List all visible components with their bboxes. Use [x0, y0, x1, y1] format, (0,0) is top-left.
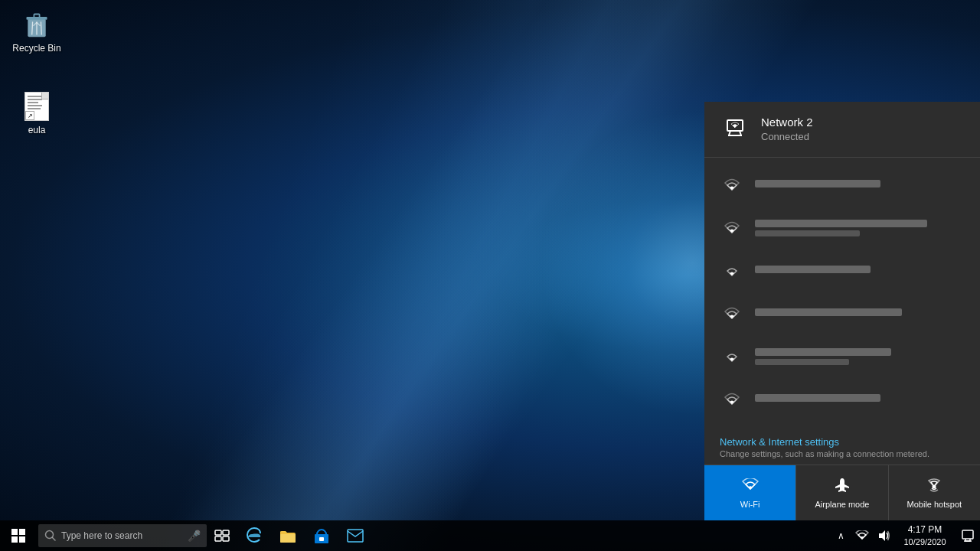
network-settings-section: Network & Internet settings Change setti… — [704, 427, 980, 465]
svg-rect-13 — [215, 530, 221, 535]
svg-rect-17 — [280, 534, 296, 543]
connected-network-name: Network 2 — [761, 114, 965, 130]
file-explorer-icon — [279, 528, 296, 543]
recycle-bin-label: Recycle Bin — [12, 43, 60, 55]
wifi-signal-icon-4 — [720, 302, 744, 326]
network-name-2 — [755, 220, 927, 227]
hotspot-quick-icon — [925, 476, 943, 494]
volume-icon — [877, 530, 890, 542]
action-center-icon — [962, 530, 974, 542]
taskbar: Type here to search 🎤 — [0, 520, 980, 551]
windows-logo-icon — [11, 529, 25, 543]
edge-icon — [246, 527, 263, 544]
connected-network-status: Connected — [761, 130, 965, 144]
store-button[interactable] — [305, 520, 338, 551]
wifi-signal-icon-1 — [720, 173, 744, 197]
network-info-3 — [755, 266, 965, 276]
svg-line-1 — [32, 21, 33, 34]
network-list — [704, 158, 980, 427]
network-info-1 — [755, 180, 965, 191]
search-box[interactable]: Type here to search 🎤 — [38, 524, 207, 547]
search-icon — [44, 530, 57, 542]
network-item-5[interactable] — [704, 335, 980, 378]
wifi-panel: Network 2 Connected — [704, 102, 980, 520]
wifi-signal-icon-3 — [720, 259, 744, 283]
wifi-signal-icon-5 — [720, 344, 744, 369]
clock-time: 4:17 PM — [908, 524, 942, 536]
eula-label: eula — [28, 125, 46, 137]
network-name-4 — [755, 308, 902, 316]
svg-rect-19 — [319, 537, 324, 541]
network-icon — [855, 530, 869, 541]
network-name-1 — [755, 180, 880, 187]
svg-rect-14 — [223, 530, 229, 535]
eula-icon[interactable]: ↗ eula — [6, 88, 67, 140]
hotspot-quick-button[interactable]: Mobile hotspot — [889, 465, 980, 520]
network-info-4 — [755, 308, 965, 319]
microphone-icon: 🎤 — [188, 530, 201, 542]
network-sub-2 — [755, 230, 860, 236]
hotspot-quick-label: Mobile hotspot — [907, 499, 962, 510]
clock-button[interactable]: 4:17 PM 10/29/2020 — [894, 520, 956, 551]
network-info-2 — [755, 220, 965, 236]
network-name-3 — [755, 266, 871, 273]
airplane-quick-label: Airplane mode — [815, 499, 870, 510]
connected-network-item[interactable]: Network 2 Connected — [704, 102, 980, 158]
recycle-bin-image — [21, 9, 52, 40]
wifi-quick-button[interactable]: Wi-Fi — [704, 465, 796, 520]
quick-settings-row: Wi-Fi Airplane mode — [704, 465, 980, 520]
svg-rect-5 — [34, 15, 39, 18]
connected-network-icon — [720, 114, 750, 145]
svg-line-3 — [41, 21, 41, 34]
mail-icon — [347, 529, 364, 543]
clock-date: 10/29/2020 — [903, 536, 946, 547]
network-item-4[interactable] — [704, 292, 980, 335]
start-button[interactable] — [0, 520, 37, 551]
network-settings-desc: Change settings, such as making a connec… — [720, 449, 965, 458]
svg-rect-21 — [962, 530, 973, 539]
network-item-1[interactable] — [704, 164, 980, 207]
network-settings-link[interactable]: Network & Internet settings — [720, 436, 965, 448]
network-info-6 — [755, 394, 965, 405]
tray-overflow-button[interactable]: ∧ — [830, 520, 851, 551]
recycle-bin-icon[interactable]: Recycle Bin — [6, 6, 67, 58]
wifi-signal-icon-6 — [720, 387, 744, 412]
eula-image: ↗ — [21, 91, 52, 122]
volume-tray-icon[interactable] — [873, 520, 894, 551]
svg-rect-15 — [215, 536, 221, 541]
network-item-2[interactable] — [704, 207, 980, 249]
wifi-quick-label: Wi-Fi — [740, 499, 760, 510]
network-tray-icon[interactable] — [851, 520, 873, 551]
store-icon — [313, 527, 330, 544]
file-explorer-button[interactable] — [271, 520, 305, 551]
system-tray: ∧ 4:17 PM 10/29/2020 — [830, 520, 980, 551]
network-item-3[interactable] — [704, 249, 980, 292]
task-view-icon — [214, 530, 230, 542]
airplane-quick-button[interactable]: Airplane mode — [796, 465, 888, 520]
action-center-button[interactable] — [956, 520, 980, 551]
airplane-quick-icon — [833, 476, 851, 494]
edge-app-button[interactable] — [237, 520, 271, 551]
wifi-signal-icon-2 — [720, 216, 744, 240]
desktop: Recycle Bin ↗ eula — [0, 0, 980, 551]
search-placeholder: Type here to search — [61, 530, 142, 541]
network-info-5 — [755, 348, 965, 365]
wifi-quick-icon — [741, 476, 760, 494]
svg-line-12 — [53, 538, 56, 541]
network-name-6 — [755, 394, 880, 402]
connected-network-info: Network 2 Connected — [761, 114, 965, 144]
network-item-6[interactable] — [704, 378, 980, 421]
mail-button[interactable] — [338, 520, 372, 551]
svg-rect-16 — [223, 536, 229, 541]
task-view-button[interactable] — [207, 520, 237, 551]
network-sub-5 — [755, 359, 849, 365]
network-name-5 — [755, 348, 891, 356]
svg-rect-20 — [348, 530, 363, 542]
